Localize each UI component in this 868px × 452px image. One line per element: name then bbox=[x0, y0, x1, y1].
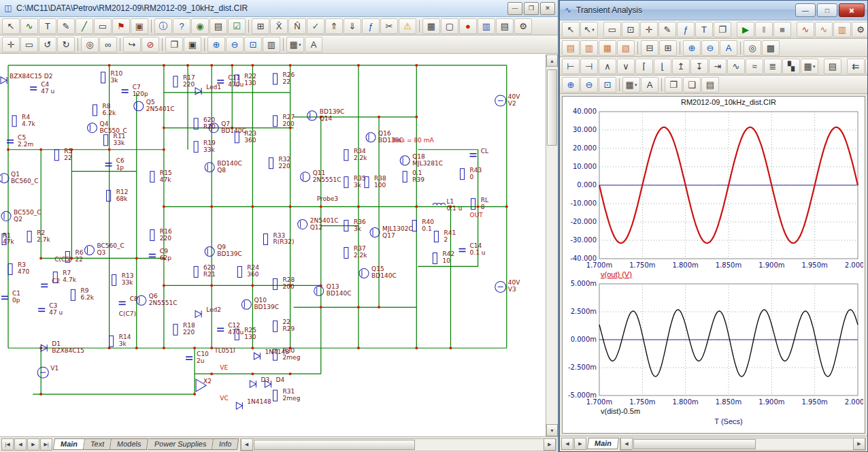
component-VE[interactable]: VE bbox=[220, 364, 228, 371]
component-R8[interactable]: R86.2k bbox=[93, 103, 116, 116]
minimize-button[interactable]: — bbox=[507, 2, 522, 15]
find-next-button[interactable]: ∞ bbox=[99, 37, 117, 52]
inflection-button[interactable]: ∿ bbox=[727, 59, 745, 74]
component-R27[interactable]: R27200 bbox=[273, 114, 295, 127]
component-40V[interactable]: 40VV2 bbox=[495, 93, 521, 107]
valley-button[interactable]: ∨ bbox=[617, 59, 635, 74]
box-select-tool[interactable]: ▭ bbox=[20, 37, 38, 52]
pages-button[interactable]: ❐ bbox=[714, 22, 731, 37]
zoom-in-button[interactable]: ⊕ bbox=[562, 77, 580, 93]
component-Q9[interactable]: Q9BD139C bbox=[205, 244, 242, 258]
zoom-mode-button[interactable]: ▭ bbox=[603, 22, 621, 37]
next-point-button[interactable]: ⇥ bbox=[709, 59, 727, 74]
stop-button[interactable]: ⊘ bbox=[141, 37, 159, 52]
tab-nav-button-0[interactable]: ◀ bbox=[561, 438, 573, 450]
digital-paths[interactable]: ▤ bbox=[210, 18, 227, 34]
component-C8[interactable]: C8 bbox=[119, 295, 138, 304]
select-tool[interactable]: ↖ bbox=[2, 18, 20, 34]
add-waveform-dropdown[interactable]: ▦▾ bbox=[801, 59, 818, 74]
component-TL051I[interactable]: TL051I bbox=[214, 347, 235, 354]
component-C6[interactable]: C61p bbox=[105, 157, 124, 171]
component-MJL1302C[interactable]: MJL1302CQ17 bbox=[370, 225, 413, 239]
grid-toggle[interactable]: ▦ bbox=[422, 18, 440, 34]
horizontal-cursor-button[interactable]: ⊢ bbox=[562, 59, 580, 74]
move-tool[interactable]: ✛ bbox=[2, 37, 20, 52]
scroll-left-button[interactable]: ◀ bbox=[241, 438, 253, 451]
component-0.1[interactable]: 0.1R39 bbox=[403, 170, 424, 183]
component-R37[interactable]: R372.2k bbox=[344, 246, 367, 259]
tab-nav-button-3[interactable]: ▶| bbox=[40, 438, 52, 451]
component-R30[interactable]: R302meg bbox=[273, 347, 301, 361]
component-R41[interactable]: R412 bbox=[434, 229, 456, 243]
horizontal-scrollbar[interactable]: ◀ ▶ bbox=[240, 438, 556, 451]
pages-button[interactable]: ▤ bbox=[701, 77, 719, 93]
component-620[interactable]: 620R21 bbox=[194, 264, 216, 278]
help-mode[interactable]: ? bbox=[173, 18, 190, 34]
bring-to-front[interactable]: ⇑ bbox=[325, 18, 343, 34]
component-R24[interactable]: R24360 bbox=[237, 264, 259, 278]
stepping-button[interactable]: ∿ bbox=[815, 22, 833, 37]
run-button[interactable]: ▶ bbox=[737, 22, 754, 37]
plot-legend-vdist[interactable]: v(dist)-0.5m bbox=[601, 407, 863, 417]
component-R9[interactable]: R96.2k bbox=[71, 287, 94, 301]
tab-nav-button-0[interactable]: |◀ bbox=[1, 438, 14, 451]
component-Led1[interactable]: Led1 bbox=[195, 84, 221, 95]
component-R2[interactable]: R22.7k bbox=[27, 229, 50, 243]
horizontal-scroll-thumb[interactable] bbox=[254, 440, 415, 450]
component-C1[interactable]: C10p bbox=[1, 290, 20, 304]
stop-sim-button[interactable]: ■ bbox=[773, 22, 791, 37]
tab-nav-button-1[interactable]: ◀ bbox=[14, 438, 27, 451]
find-button[interactable]: ◎ bbox=[81, 37, 99, 52]
component-R42[interactable]: R4210 bbox=[433, 251, 454, 264]
scale-mode-button[interactable]: ⊡ bbox=[622, 22, 639, 37]
two-plot-layout[interactable]: ▥ bbox=[580, 40, 598, 56]
component-Q6[interactable]: Q62N5551C bbox=[137, 293, 178, 306]
component-R4[interactable]: R44.7k bbox=[12, 114, 35, 127]
component-C12[interactable]: C12470u bbox=[217, 322, 244, 336]
component-Q5[interactable]: Q52N5401C bbox=[134, 99, 175, 112]
component-Led2[interactable]: Led2 bbox=[195, 306, 221, 317]
paste-button[interactable]: ▣ bbox=[184, 37, 201, 52]
component-R36[interactable]: R363k bbox=[344, 219, 366, 232]
horizontal-scroll-track[interactable] bbox=[253, 439, 544, 451]
component-R35[interactable]: R353k bbox=[344, 175, 366, 189]
copy-page-button[interactable]: ❑ bbox=[683, 77, 701, 93]
zoom-out-button[interactable]: ⊖ bbox=[580, 77, 598, 93]
component-R13[interactable]: R1333k bbox=[112, 272, 134, 286]
component-R34[interactable]: R342.2k bbox=[344, 148, 367, 161]
component-22[interactable]: 22R29 bbox=[273, 319, 295, 332]
tag-mode-button[interactable]: ✎ bbox=[658, 22, 676, 37]
picture-mode[interactable]: ▣ bbox=[131, 18, 148, 34]
wire-mode[interactable]: ∿ bbox=[20, 18, 38, 34]
component-Q18[interactable]: Q18MJL3281C bbox=[400, 153, 443, 167]
point-to-end-paths[interactable]: ◉ bbox=[191, 18, 209, 34]
fft-button[interactable]: ▚ bbox=[782, 59, 800, 74]
vertical-cursor-button[interactable]: ⊣ bbox=[580, 59, 598, 74]
text-mode[interactable]: T bbox=[695, 22, 713, 37]
component-C4[interactable]: C447 u bbox=[30, 81, 54, 95]
component-R16[interactable]: R16220 bbox=[150, 228, 172, 242]
minimize-button[interactable]: — bbox=[795, 3, 816, 17]
plot-vdist[interactable]: 1.700m1.750m1.800m1.850m1.900m1.950m2.00… bbox=[564, 280, 863, 407]
scroll-down-button[interactable]: ▼ bbox=[546, 424, 558, 436]
component-C9[interactable]: C962p bbox=[149, 248, 172, 262]
flag-mode[interactable]: ⚑ bbox=[112, 18, 130, 34]
go-to-flag-button[interactable]: ↪ bbox=[123, 37, 141, 52]
formula-text[interactable]: ƒ bbox=[362, 18, 380, 34]
node-numbers[interactable]: ⊞ bbox=[252, 18, 269, 34]
tab-main[interactable]: Main bbox=[587, 438, 619, 449]
waterfall-button[interactable]: ≣ bbox=[764, 59, 782, 74]
top-button[interactable]: ↥ bbox=[672, 59, 690, 74]
scroll-up-button[interactable]: ▲ bbox=[546, 54, 558, 67]
component-C(C7)[interactable]: C(C7) bbox=[119, 310, 136, 317]
component-R15[interactable]: R1547k bbox=[150, 170, 172, 183]
component-Bias[interactable]: Bias = 80 mA bbox=[392, 137, 434, 144]
tab-text[interactable]: Text bbox=[84, 438, 112, 450]
mean-values[interactable]: X̄ bbox=[270, 18, 288, 34]
border-toggle[interactable]: ▢ bbox=[441, 18, 458, 34]
component-C5[interactable]: C52.2m bbox=[7, 134, 33, 148]
component-X2[interactable]: X2 bbox=[196, 378, 212, 391]
snapshot-button[interactable]: ▥ bbox=[263, 37, 280, 52]
peak-button[interactable]: ∧ bbox=[599, 59, 616, 74]
scroll-left-button[interactable]: ◀ bbox=[620, 438, 633, 450]
